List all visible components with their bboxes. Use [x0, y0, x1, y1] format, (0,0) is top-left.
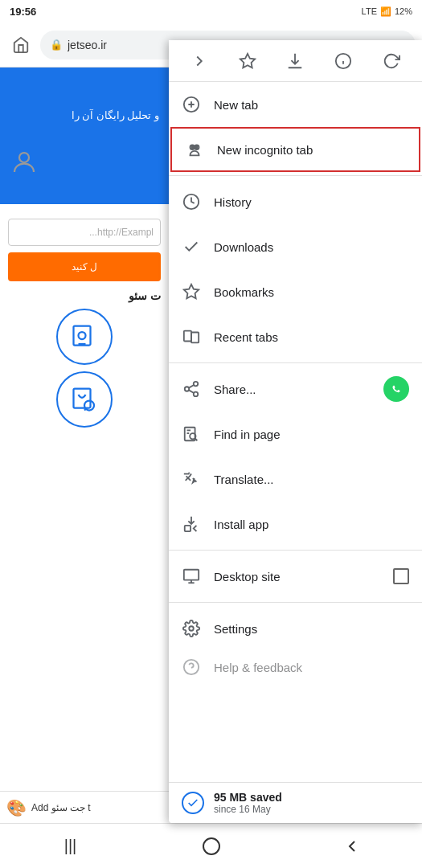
downloads-icon: [182, 237, 201, 256]
user-icon-area: [10, 148, 39, 180]
refresh-button[interactable]: [374, 43, 409, 79]
battery-icon: 12%: [395, 6, 412, 16]
bookmark-button[interactable]: [230, 43, 265, 79]
page-header-text: و تحلیل رایگان آن را: [72, 109, 159, 121]
menu-icon: |||: [64, 837, 77, 855]
desktop-site-label: Desktop site: [214, 570, 380, 583]
download-button[interactable]: [277, 43, 313, 79]
page-subtitle: ت سئو: [8, 289, 161, 302]
svg-point-21: [194, 382, 199, 387]
status-time: 19:56: [10, 6, 36, 18]
divider-4: [169, 602, 422, 603]
find-icon: [182, 424, 201, 444]
svg-rect-1: [74, 326, 91, 346]
add-bar: 🎨 Add جت سئو t: [0, 791, 169, 823]
settings-icon: [182, 619, 201, 638]
status-icons: LTE 📶 12%: [362, 6, 412, 17]
install-app-icon: [182, 514, 201, 534]
svg-point-2: [79, 332, 86, 339]
nav-menu-button[interactable]: |||: [47, 830, 95, 862]
svg-rect-19: [184, 331, 191, 342]
page-header: و تحلیل رایگان آن را: [0, 68, 169, 204]
savings-date: since 16 May: [214, 804, 282, 815]
translate-icon: [182, 469, 201, 489]
translate-label: Translate...: [214, 473, 409, 486]
menu-item-bookmarks[interactable]: Bookmarks: [169, 269, 422, 314]
history-label: History: [214, 195, 409, 209]
svg-rect-31: [185, 526, 191, 531]
bookmarks-icon: [182, 282, 201, 301]
new-tab-icon: [182, 95, 201, 114]
url-input-mock: http://Exampl...: [8, 219, 161, 246]
dropdown-menu: New tab New incognito tab: [169, 40, 422, 823]
info-button[interactable]: [326, 43, 361, 79]
menu-item-settings[interactable]: Settings: [169, 606, 422, 651]
svg-rect-16: [196, 145, 198, 149]
circle-icon-2: [56, 371, 113, 428]
incognito-label: New incognito tab: [217, 143, 406, 157]
svg-point-35: [189, 626, 194, 631]
nav-back-button[interactable]: [328, 830, 376, 862]
savings-icon: [182, 792, 204, 814]
downloads-label: Downloads: [214, 240, 409, 254]
divider-2: [169, 362, 422, 363]
wifi-icon: 📶: [380, 6, 391, 17]
nav-home-button[interactable]: [187, 830, 236, 862]
input-placeholder: http://Exampl...: [89, 227, 154, 238]
lock-icon: 🔒: [50, 39, 63, 51]
forward-button[interactable]: [182, 43, 217, 79]
menu-item-history[interactable]: History: [169, 179, 422, 224]
help-icon: [182, 657, 201, 677]
savings-text: 95 MB saved since 16 May: [214, 791, 282, 815]
svg-rect-20: [191, 333, 199, 343]
menu-item-recent-tabs[interactable]: Recent tabs: [169, 314, 422, 359]
page-content: http://Exampl... ل کنید ت سئو: [0, 204, 169, 442]
bottom-nav: |||: [0, 823, 422, 868]
menu-item-downloads[interactable]: Downloads: [169, 224, 422, 269]
menu-items-list: New tab New incognito tab: [169, 82, 422, 782]
savings-bar: 95 MB saved since 16 May: [169, 782, 422, 823]
desktop-site-icon: [182, 567, 201, 586]
menu-item-share[interactable]: Share...: [169, 366, 422, 411]
incognito-icon: [185, 140, 204, 159]
svg-point-0: [19, 153, 29, 162]
menu-item-new-incognito-tab[interactable]: New incognito tab: [170, 127, 420, 172]
history-icon: [182, 192, 201, 211]
address-text: jetseo.ir: [68, 39, 107, 51]
menu-item-translate[interactable]: Translate...: [169, 457, 422, 502]
new-tab-label: New tab: [214, 98, 409, 112]
divider-1: [169, 175, 422, 176]
add-text: Add جت سئو t: [31, 802, 91, 813]
bookmarks-label: Bookmarks: [214, 285, 409, 299]
menu-item-new-tab[interactable]: New tab: [169, 82, 422, 127]
menu-item-find-in-page[interactable]: Find in page: [169, 411, 422, 457]
find-label: Find in page: [214, 428, 409, 441]
svg-point-23: [194, 392, 199, 397]
svg-point-38: [203, 838, 219, 854]
help-label: Help & feedback: [214, 661, 409, 674]
menu-toolbar: [169, 40, 422, 82]
status-bar: 19:56 LTE 📶 12%: [0, 0, 422, 23]
signal-icon: LTE: [362, 6, 377, 16]
action-button-mock: ل کنید: [8, 252, 161, 281]
circle-icon-1: [56, 309, 113, 365]
menu-item-desktop-site[interactable]: Desktop site: [169, 554, 422, 599]
svg-rect-32: [184, 570, 199, 580]
whatsapp-badge: [383, 376, 409, 402]
menu-item-help[interactable]: Help & feedback: [169, 651, 422, 683]
divider-3: [169, 550, 422, 551]
menu-item-install-app[interactable]: Install app: [169, 502, 422, 547]
recent-tabs-icon: [182, 327, 201, 346]
recent-tabs-label: Recent tabs: [214, 330, 409, 344]
svg-marker-18: [184, 285, 199, 298]
home-button[interactable]: [6, 31, 35, 59]
svg-line-25: [189, 385, 194, 388]
svg-rect-15: [191, 145, 193, 149]
desktop-site-checkbox[interactable]: [393, 568, 409, 584]
settings-label: Settings: [214, 622, 409, 636]
share-icon: [182, 379, 201, 399]
add-icon: 🎨: [6, 798, 27, 817]
svg-line-24: [189, 390, 194, 393]
svg-point-22: [185, 387, 190, 391]
page-background: و تحلیل رایگان آن را http://Exampl... ل …: [0, 68, 169, 823]
